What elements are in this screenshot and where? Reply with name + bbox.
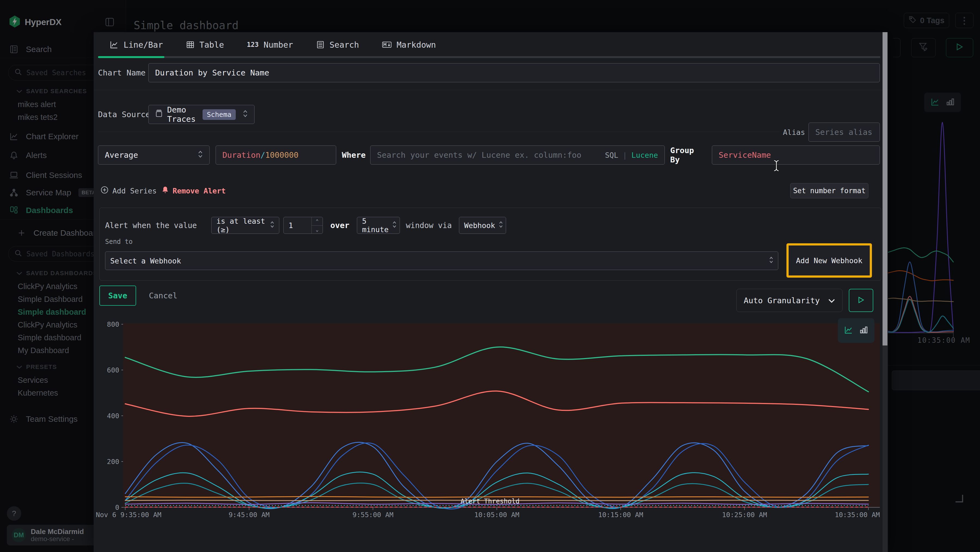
add-new-webhook-button[interactable]: Add New Webhook [796,256,862,265]
data-source-label: Data Source [98,105,150,124]
over-label: over [328,217,352,234]
scrollbar-thumb[interactable] [883,32,888,346]
svg-text:9:45:00 AM: 9:45:00 AM [229,511,270,519]
sql-toggle[interactable]: SQL [605,151,618,160]
tab-number[interactable]: 123 Number [235,34,305,55]
editor-tabs: Line/Bar Table 123 Number Search [98,34,447,55]
circle-plus-icon [100,186,109,196]
add-series-button[interactable]: Add Series [100,183,157,198]
chart-name-input[interactable]: Duration by Service Name [148,63,880,82]
svg-text:Alert Threshold: Alert Threshold [461,498,520,505]
divider [94,90,888,90]
svg-text:200: 200 [107,458,119,466]
aggregation-select[interactable]: Average [98,145,210,164]
svg-text:10:25:00 AM: 10:25:00 AM [722,511,767,519]
add-new-webhook-highlight: Add New Webhook [786,243,872,278]
data-source-select[interactable]: Demo Traces Schema [148,105,255,124]
save-button[interactable]: Save [99,286,136,306]
where-label: Where [342,145,365,164]
bar-chart-icon[interactable] [859,325,869,336]
set-number-format-button[interactable]: Set number format [790,183,869,198]
svg-text:10:05:00 AM: 10:05:00 AM [474,511,519,519]
send-to-label: Send to [105,238,132,246]
alert-config-panel: Alert when the value is at least (≥) 1 ⌃… [99,207,881,281]
database-icon [155,110,163,120]
modal-scrollbar[interactable] [883,32,888,552]
text-cursor-pointer [773,160,780,173]
svg-text:0: 0 [115,504,119,511]
channel-select[interactable]: Webhook [459,217,506,234]
lucene-toggle[interactable]: Lucene [631,151,658,160]
step-up-icon[interactable]: ⌃ [312,217,323,225]
number-stepper[interactable]: ⌃⌄ [312,217,323,233]
group-by-label: Group By [670,145,708,164]
alert-prefix-label: Alert when the value [105,217,197,234]
schema-badge: Schema [202,109,236,120]
tab-table[interactable]: Table [175,34,235,55]
line-chart-icon[interactable] [844,325,853,336]
cancel-button[interactable]: Cancel [149,286,178,306]
table-icon [186,40,195,49]
where-search-input[interactable]: Search your events w/ Lucene ex. column:… [370,145,665,164]
alias-input[interactable]: Series alias [808,123,880,142]
chevron-updown-icon [499,221,503,230]
tab-markdown[interactable]: Markdown [371,34,447,55]
chevron-updown-icon [393,221,396,230]
field-expression-input[interactable]: Duration/1000000 [216,145,336,164]
svg-text:600: 600 [107,366,119,374]
svg-text:9:55:00 AM: 9:55:00 AM [353,511,394,519]
line-chart-icon [110,40,119,49]
granularity-select[interactable]: Auto Granularity [737,289,843,312]
svg-text:Nov 6 9:35:00 AM: Nov 6 9:35:00 AM [96,511,161,519]
query-language-toggle: SQL | Lucene [605,151,658,160]
chart-type-toggle[interactable] [838,318,874,343]
remove-alert-button[interactable]: Remove Alert [162,183,226,198]
chevron-updown-icon [243,110,248,120]
app: HyperDX Search Saved Searches SAVED SEAR… [0,0,980,552]
svg-text:800: 800 [107,321,119,328]
chevron-updown-icon [198,150,203,160]
chart-name-label: Chart Name [98,63,146,82]
chart-editor-modal: Line/Bar Table 123 Number Search [94,32,888,552]
svg-text:10:15:00 AM: 10:15:00 AM [598,511,643,519]
bell-icon [162,186,169,196]
webhook-select[interactable]: Select a Webhook [105,252,778,270]
tabs-underline [98,56,880,58]
run-chart-button[interactable] [849,289,873,312]
threshold-number-input[interactable]: 1 ⌃⌄ [283,217,323,234]
search-list-icon [316,40,325,49]
chevron-updown-icon [769,256,773,265]
tab-line-bar[interactable]: Line/Bar [98,34,175,55]
tab-search[interactable]: Search [305,34,371,55]
markdown-icon [382,41,392,49]
active-tab-indicator [98,56,164,58]
chart-preview: 0200400600800Nov 6 9:35:00 AM9:45:00 AM9… [94,311,888,552]
chevron-down-icon [828,296,835,305]
step-down-icon[interactable]: ⌄ [312,225,323,234]
chevron-updown-icon [270,221,274,230]
alias-label: Alias [783,123,805,142]
svg-text:400: 400 [107,412,119,420]
window-via-label: window via [406,217,452,234]
play-icon [858,296,865,305]
comparator-select[interactable]: is at least (≥) [211,217,279,234]
group-by-input[interactable]: ServiceName [712,145,880,164]
number-123-icon: 123 [247,41,259,48]
svg-text:10:35:00 AM: 10:35:00 AM [835,511,880,519]
window-select[interactable]: 5 minute [357,217,400,234]
